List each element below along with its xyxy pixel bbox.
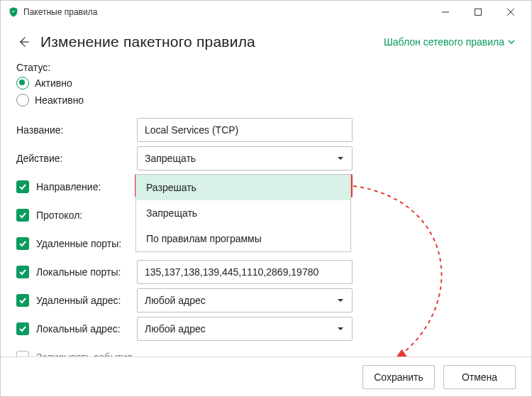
- checkbox-checked-icon: [16, 180, 29, 193]
- titlebar: Пакетные правила: [1, 1, 531, 23]
- local-ports-label: Локальные порты:: [36, 266, 121, 278]
- svg-rect-1: [475, 9, 482, 16]
- local-addr-label: Локальный адрес:: [36, 323, 121, 335]
- option-label: Запрещать: [146, 207, 197, 219]
- option-label: По правилам программы: [146, 233, 262, 244]
- checkbox-checked-icon: [16, 294, 29, 307]
- status-inactive-label: Неактивно: [35, 94, 84, 106]
- remote-ports-label: Удаленные порты:: [36, 238, 121, 249]
- local-addr-value: Любой адрес: [145, 323, 206, 335]
- row-name: Название: Local Services (TCP): [16, 116, 516, 144]
- name-value: Local Services (TCP): [145, 124, 238, 136]
- minimize-button[interactable]: [429, 1, 462, 23]
- direction-label: Направление:: [36, 181, 101, 192]
- radio-icon: [16, 94, 29, 107]
- checkbox-checked-icon: [16, 237, 29, 250]
- remote-addr-select[interactable]: Любой адрес: [137, 288, 353, 312]
- checkbox-checked-icon: [16, 266, 29, 278]
- page-header: Изменение пакетного правила Шаблон сетев…: [1, 23, 531, 62]
- remote-addr-toggle[interactable]: Удаленный адрес:: [16, 294, 137, 307]
- action-value: Запрещать: [145, 153, 196, 164]
- name-label: Название:: [16, 124, 137, 136]
- status-label: Статус:: [16, 62, 516, 73]
- status-radio-group: Активно Неактивно: [16, 75, 516, 109]
- action-option-allow[interactable]: Разрешать: [136, 175, 350, 200]
- radio-icon: [16, 77, 29, 89]
- close-button[interactable]: [494, 1, 527, 23]
- page-title: Изменение пакетного правила: [40, 33, 255, 50]
- local-addr-toggle[interactable]: Локальный адрес:: [16, 322, 137, 335]
- direction-toggle[interactable]: Направление:: [16, 180, 137, 193]
- chevron-down-icon: [336, 154, 345, 163]
- local-ports-value: 135,137,138,139,445,1110,2869,19780: [145, 266, 318, 278]
- template-link[interactable]: Шаблон сетевого правила: [384, 36, 516, 48]
- action-option-by-app-rules[interactable]: По правилам программы: [136, 226, 350, 251]
- action-option-deny[interactable]: Запрещать: [136, 200, 350, 226]
- option-label: Разрешать: [146, 182, 196, 193]
- local-addr-select[interactable]: Любой адрес: [137, 317, 353, 341]
- window-title: Пакетные правила: [23, 7, 97, 17]
- checkbox-checked-icon: [16, 209, 29, 222]
- row-action: Действие: Запрещать: [16, 144, 516, 173]
- status-active[interactable]: Активно: [16, 75, 516, 92]
- cancel-label: Отмена: [462, 371, 497, 383]
- row-local-ports: Локальные порты: 135,137,138,139,445,111…: [16, 258, 516, 286]
- local-ports-toggle[interactable]: Локальные порты:: [16, 266, 137, 278]
- template-link-label: Шаблон сетевого правила: [384, 36, 504, 48]
- remote-addr-label: Удаленный адрес:: [36, 295, 121, 306]
- protocol-toggle[interactable]: Протокол:: [16, 209, 137, 222]
- app-icon: [8, 6, 19, 18]
- action-label: Действие:: [16, 153, 137, 164]
- checkbox-checked-icon: [16, 322, 29, 335]
- chevron-down-icon: [507, 38, 516, 46]
- chevron-down-icon: [336, 325, 345, 333]
- maximize-button[interactable]: [462, 1, 494, 23]
- status-active-label: Активно: [35, 77, 72, 89]
- window-controls: [429, 1, 527, 23]
- status-inactive[interactable]: Неактивно: [16, 92, 516, 109]
- row-remote-addr: Удаленный адрес: Любой адрес: [16, 286, 516, 315]
- save-label: Сохранить: [374, 371, 423, 383]
- back-icon[interactable]: [16, 35, 31, 49]
- save-button[interactable]: Сохранить: [362, 365, 435, 389]
- remote-addr-value: Любой адрес: [145, 295, 206, 306]
- row-local-addr: Локальный адрес: Любой адрес: [16, 315, 516, 343]
- remote-ports-toggle[interactable]: Удаленные порты:: [16, 237, 137, 250]
- action-dropdown-menu: Разрешать Запрещать По правилам программ…: [135, 174, 351, 252]
- cancel-button[interactable]: Отмена: [443, 365, 516, 389]
- footer: Сохранить Отмена: [1, 357, 531, 396]
- name-input[interactable]: Local Services (TCP): [137, 118, 353, 142]
- local-ports-input[interactable]: 135,137,138,139,445,1110,2869,19780: [137, 260, 353, 284]
- protocol-label: Протокол:: [36, 210, 82, 221]
- chevron-down-icon: [336, 296, 345, 305]
- action-select[interactable]: Запрещать: [137, 146, 353, 170]
